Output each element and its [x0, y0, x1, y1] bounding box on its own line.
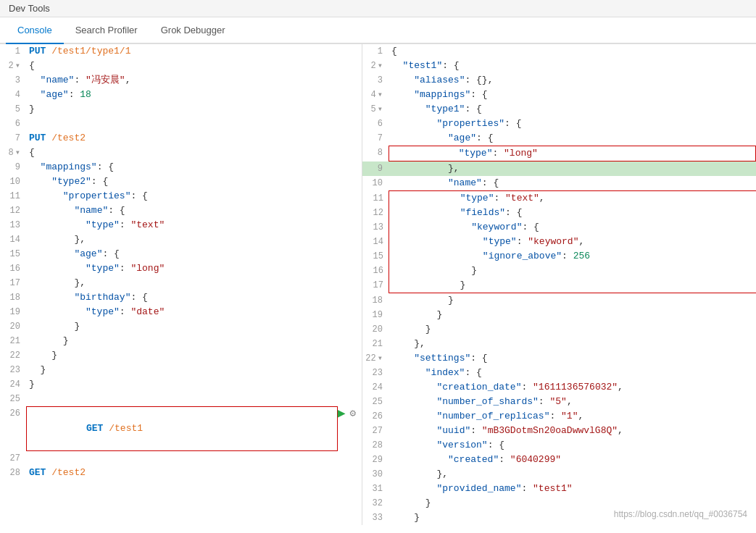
line-num-21: 21	[0, 334, 26, 348]
right-line-10: 10 "name": {	[362, 176, 756, 190]
left-line-content-23: }	[26, 363, 362, 377]
left-line-content-1[interactable]: PUT /test1/type1/1	[26, 44, 362, 59]
r-line-content-28: "version": {	[389, 438, 756, 453]
right-line-21: 21 },	[362, 337, 756, 351]
line-num-26: 26	[0, 406, 26, 421]
right-line-23: 23 "index": {	[362, 366, 756, 380]
r-line-content-25: "number_of_shards": "5",	[389, 395, 756, 409]
left-line-12: 12 "name": {	[0, 203, 362, 218]
right-line-14: 14 "type": "keyword",	[389, 235, 756, 249]
tab-bar: Console Search Profiler Grok Debugger	[0, 17, 756, 44]
line-num-12: 12	[0, 203, 26, 218]
right-line-9: 9 },	[362, 161, 756, 176]
r-line-content-10: "name": {	[389, 176, 756, 190]
line-num-25: 25	[0, 392, 26, 406]
right-panel: 1 { 2 "test1": { 3 "aliases": {}, 4 "map…	[362, 44, 756, 525]
left-panel: 1 PUT /test1/type1/1 2 { 3 "name": "冯安晨"…	[0, 44, 362, 525]
left-line-22: 22 }	[0, 348, 362, 363]
right-line-5: 5 "type1": {	[362, 102, 756, 117]
r-line-content-7: "age": {	[389, 131, 756, 146]
left-line-10: 10 "type2": {	[0, 175, 362, 189]
r-line-num-26: 26	[362, 409, 389, 424]
left-line-content-17: },	[26, 276, 362, 290]
r-line-num-19: 19	[362, 308, 389, 322]
right-line-24: 24 "creation_date": "1611136576032",	[362, 380, 756, 395]
right-line-15: 15 "ignore_above": 256	[389, 249, 756, 264]
r-line-content-6: "properties": {	[389, 117, 756, 131]
r-line-num-14: 14	[363, 235, 389, 249]
left-line-1: 1 PUT /test1/type1/1	[0, 44, 362, 59]
r-line-num-17: 17	[363, 278, 389, 293]
right-line-3: 3 "aliases": {},	[362, 73, 756, 88]
r-line-num-7: 7	[362, 131, 389, 146]
run-button[interactable]: ▶	[338, 406, 346, 421]
r-line-content-1: {	[389, 44, 756, 59]
left-line-content-13: "type": "text"	[26, 218, 362, 232]
left-line-5: 5 }	[0, 102, 362, 117]
r-line-num-13: 13	[363, 220, 389, 235]
main-area: 1 PUT /test1/type1/1 2 { 3 "name": "冯安晨"…	[0, 44, 756, 525]
settings-icon[interactable]: ⚙	[350, 406, 356, 421]
line-num-13: 13	[0, 218, 26, 232]
r-line-num-3: 3	[362, 73, 389, 88]
r-line-content-30: },	[389, 467, 756, 482]
left-line-content-22: }	[26, 348, 362, 363]
right-line-1: 1 {	[362, 44, 756, 59]
line-num-11: 11	[0, 189, 26, 203]
left-line-content-28[interactable]: GET /test2	[26, 466, 362, 480]
line-num-15: 15	[0, 247, 26, 261]
left-line-content-7[interactable]: PUT /test2	[26, 131, 362, 146]
left-line-28: 28 GET /test2	[0, 466, 362, 480]
r-line-num-20: 20	[362, 322, 389, 337]
r-line-content-5: "type1": {	[389, 102, 756, 117]
right-line-8: 8 "type": "long"	[362, 146, 756, 161]
line-num-10: 10	[0, 175, 26, 189]
r-line-num-8: 8	[362, 146, 389, 160]
left-line-20: 20 }	[0, 319, 362, 334]
r-line-num-31: 31	[362, 482, 389, 496]
r-line-content-15: "ignore_above": 256	[389, 249, 756, 264]
left-line-21: 21 }	[0, 334, 362, 348]
r-line-content-3: "aliases": {},	[389, 73, 756, 88]
right-line-7: 7 "age": {	[362, 131, 756, 146]
left-line-content-19: "type": "date"	[26, 305, 362, 319]
r-line-num-32: 32	[362, 496, 389, 511]
tab-search-profiler[interactable]: Search Profiler	[64, 17, 149, 44]
app-title: Dev Tools	[9, 3, 50, 14]
left-line-16: 16 "type": "long"	[0, 261, 362, 276]
left-line-content-26[interactable]: GET /test1	[26, 406, 338, 451]
r-line-num-4: 4	[362, 88, 389, 102]
r-line-content-18: }	[389, 293, 756, 308]
left-line-content-14: },	[26, 232, 362, 247]
r-line-content-21: },	[389, 337, 756, 351]
tab-grok-debugger[interactable]: Grok Debugger	[149, 17, 237, 44]
left-line-9: 9 "mappings": {	[0, 160, 362, 175]
r-line-content-12: "fields": {	[389, 206, 756, 220]
r-line-content-22: "settings": {	[389, 351, 756, 366]
r-line-num-33: 33	[362, 511, 389, 525]
left-line-26[interactable]: 26 GET /test1 ▶ ⚙	[0, 406, 362, 451]
line-num-5: 5	[0, 102, 26, 117]
watermark: https://blog.csdn.net/qq_#0036754	[614, 509, 747, 519]
left-line-17: 17 },	[0, 276, 362, 290]
right-line-22: 22 "settings": {	[362, 351, 756, 366]
line-num-3: 3	[0, 73, 26, 88]
left-line-content-12: "name": {	[26, 203, 362, 218]
line-num-20: 20	[0, 319, 26, 334]
r-line-content-8: "type": "long"	[389, 146, 756, 161]
right-line-29: 29 "created": "6040299"	[362, 453, 756, 467]
r-line-num-10: 10	[362, 176, 389, 190]
left-line-content-3: "name": "冯安晨",	[26, 73, 362, 88]
right-line-13: 13 "keyword": {	[389, 220, 756, 235]
r-line-num-15: 15	[363, 249, 389, 264]
left-line-2: 2 {	[0, 59, 362, 73]
r-line-content-17: }	[389, 278, 756, 293]
right-line-30: 30 },	[362, 467, 756, 482]
line-num-9: 9	[0, 160, 26, 175]
r-line-num-30: 30	[362, 467, 389, 482]
r-line-num-22: 22	[362, 351, 389, 366]
left-line-content-15: "age": {	[26, 247, 362, 261]
right-line-31: 31 "provided_name": "test1"	[362, 482, 756, 496]
tab-console[interactable]: Console	[6, 17, 64, 44]
left-line-14: 14 },	[0, 232, 362, 247]
